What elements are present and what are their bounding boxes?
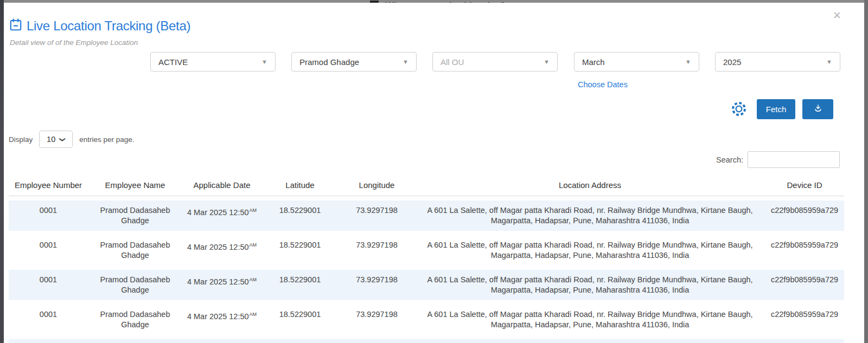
employee-number-cell: 0001 [9, 235, 88, 250]
column-header-employee-number: Employee Number [9, 180, 88, 190]
background-page-left [0, 0, 4, 343]
table-row-partial [9, 339, 844, 343]
search-input[interactable] [748, 151, 840, 168]
longitude-cell: 73.9297198 [339, 270, 415, 285]
chevron-down-icon: ▼ [544, 59, 550, 65]
chevron-down-icon: ▼ [685, 59, 691, 65]
latitude-cell: 18.5229001 [261, 235, 339, 250]
table-row[interactable]: 0001 Pramod Dadasaheb Ghadge 4 Mar 2025 … [9, 305, 844, 335]
close-icon[interactable]: ✕ [833, 10, 841, 21]
device-id-cell: c22f9b085959a729 [765, 305, 844, 320]
device-id-cell: c22f9b085959a729 [765, 235, 844, 250]
applicable-date-cell: 4 Mar 2025 12:50AM [182, 305, 261, 322]
download-icon [813, 103, 823, 115]
month-dropdown[interactable]: March ▼ [574, 52, 699, 72]
background-page-right [864, 0, 868, 343]
chevron-down-icon: ▼ [826, 59, 832, 65]
device-id-cell: c22f9b085959a729 [765, 270, 844, 285]
table-header-row: Employee Number Employee Name Applicable… [9, 174, 844, 196]
month-dropdown-value: March [582, 57, 605, 67]
ou-dropdown[interactable]: All OU ▼ [432, 52, 558, 72]
longitude-cell: 73.9297198 [339, 200, 415, 216]
year-dropdown[interactable]: 2025 ▼ [715, 52, 840, 72]
chevron-down-icon: ❯ [59, 137, 66, 141]
column-header-longitude: Longitude [339, 180, 415, 190]
device-id-cell: c22f9b085959a729 [765, 200, 844, 216]
fetch-button[interactable]: Fetch [757, 99, 795, 119]
column-header-employee-name: Employee Name [88, 180, 182, 190]
applicable-date-cell: 4 Mar 2025 12:50AM [182, 200, 261, 218]
longitude-cell: 73.9297198 [339, 305, 415, 320]
page-subtitle: Detail view of of the Employee Location [10, 38, 138, 47]
table-row[interactable]: 0001 Pramod Dadasaheb Ghadge 4 Mar 2025 … [9, 270, 844, 300]
status-dropdown[interactable]: ACTIVE ▼ [150, 52, 276, 72]
meridiem-label: AM [250, 242, 257, 248]
chevron-down-icon: ▼ [403, 59, 409, 65]
latitude-cell: 18.5229001 [261, 270, 339, 285]
latitude-cell: 18.5229001 [261, 200, 339, 216]
meridiem-label: AM [250, 312, 257, 317]
column-header-location-address: Location Address [415, 180, 765, 190]
table-row[interactable]: 0001 Pramod Dadasaheb Ghadge 4 Mar 2025 … [9, 235, 844, 266]
employee-name-cell: Pramod Dadasaheb Ghadge [88, 305, 182, 330]
employee-dropdown[interactable]: Pramod Ghadge ▼ [291, 52, 417, 72]
longitude-cell: 73.9297198 [339, 235, 415, 250]
search-label: Search: [716, 156, 743, 164]
employee-name-cell: Pramod Dadasaheb Ghadge [88, 235, 182, 261]
entries-per-page-label: entries per page. [79, 135, 134, 144]
live-location-tracking-modal: ✕ Live Location Tracking (Beta) Detail v… [4, 3, 864, 343]
employee-number-cell: 0001 [9, 305, 88, 320]
year-dropdown-value: 2025 [723, 57, 741, 67]
display-label: Display [9, 135, 33, 144]
latitude-cell: 18.5229001 [261, 305, 339, 320]
choose-dates-link[interactable]: Choose Dates [578, 80, 628, 89]
employee-dropdown-value: Pramod Ghadge [299, 57, 359, 67]
table-row[interactable]: 0001 Pramod Dadasaheb Ghadge 4 Mar 2025 … [9, 200, 844, 231]
column-header-applicable-date: Applicable Date [182, 180, 261, 190]
location-address-cell: A 601 La Salette, off Magar patta Kharad… [415, 200, 765, 226]
location-table: Employee Number Employee Name Applicable… [9, 174, 844, 343]
employee-name-cell: Pramod Dadasaheb Ghadge [88, 270, 182, 295]
location-address-cell: A 601 La Salette, off Magar patta Kharad… [415, 305, 765, 330]
ou-dropdown-value: All OU [441, 57, 464, 67]
download-button[interactable] [802, 99, 833, 119]
applicable-date-cell: 4 Mar 2025 12:50AM [182, 270, 261, 287]
status-dropdown-value: ACTIVE [158, 57, 188, 67]
location-address-cell: A 601 La Salette, off Magar patta Kharad… [415, 270, 765, 295]
meridiem-label: AM [250, 208, 257, 213]
column-header-device-id: Device ID [765, 180, 844, 190]
location-address-cell: A 601 La Salette, off Magar patta Kharad… [415, 235, 765, 261]
chevron-down-icon: ▼ [261, 59, 267, 65]
applicable-date-cell: 4 Mar 2025 12:50AM [182, 235, 261, 253]
employee-number-cell: 0001 [9, 270, 88, 285]
employee-number-cell: 0001 [9, 200, 88, 216]
employee-name-cell: Pramod Dadasaheb Ghadge [88, 200, 182, 226]
calendar-minus-icon [9, 18, 23, 34]
page-size-value: 10 [47, 135, 55, 144]
page-size-select[interactable]: 10 ❯ [39, 131, 73, 148]
settings-gear-icon[interactable] [730, 100, 748, 118]
meridiem-label: AM [250, 277, 257, 282]
page-title: Live Location Tracking (Beta) [27, 18, 190, 34]
column-header-latitude: Latitude [261, 180, 339, 190]
